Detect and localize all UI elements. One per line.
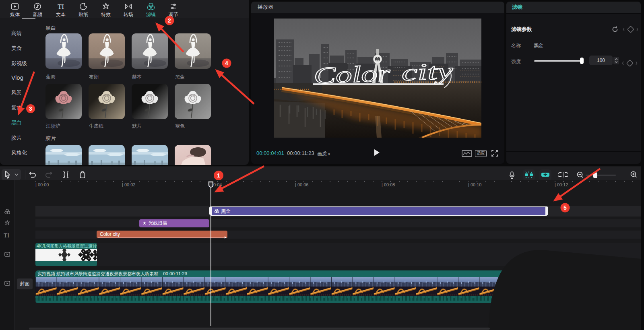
svg-text:TI: TI: [58, 3, 64, 10]
svg-text:city: city: [401, 58, 454, 85]
